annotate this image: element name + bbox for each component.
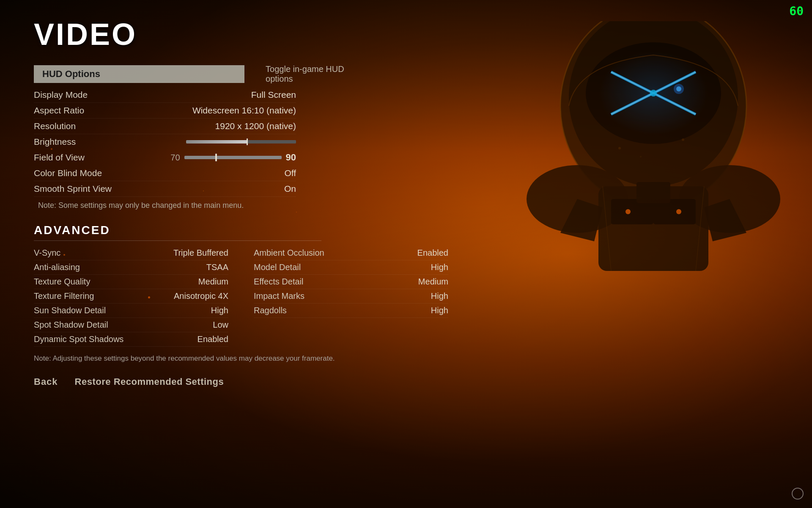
fov-slider-container: 70 90 [170, 152, 296, 163]
restore-button[interactable]: Restore Recommended Settings [75, 376, 224, 387]
note2: Note: Adjusting these settings beyond th… [34, 353, 423, 364]
dynamic-spot-row[interactable]: Dynamic Spot Shadows Enabled [34, 332, 228, 347]
ragdolls-value: High [431, 306, 448, 315]
impact-marks-label: Impact Marks [254, 291, 304, 301]
dynamic-spot-label: Dynamic Spot Shadows [34, 334, 123, 344]
antialiasing-row[interactable]: Anti-aliasing TSAA [34, 260, 228, 275]
advanced-columns: V-Sync Triple Buffered Anti-aliasing TSA… [34, 246, 499, 347]
effects-detail-label: Effects Detail [254, 277, 303, 287]
ragdolls-row[interactable]: Ragdolls High [254, 304, 448, 318]
texture-quality-row[interactable]: Texture Quality Medium [34, 275, 228, 289]
display-mode-row[interactable]: Display Mode Full Screen [34, 87, 296, 103]
advanced-section: ADVANCED V-Sync Triple Buffered Anti-ali… [34, 224, 778, 364]
spot-shadow-value: Low [213, 320, 228, 330]
hud-description: Toggle in-game HUD options [266, 64, 351, 84]
impact-marks-row[interactable]: Impact Marks High [254, 289, 448, 304]
color-blind-value: Off [284, 168, 296, 178]
bottom-buttons: Back Restore Recommended Settings [34, 376, 778, 387]
ambient-occlusion-label: Ambient Occlusion [254, 248, 324, 258]
advanced-col-right: Ambient Occlusion Enabled Model Detail H… [254, 246, 448, 347]
fov-thumb [215, 154, 217, 161]
resolution-value: 812 x 508 (native) [215, 121, 296, 131]
fov-label: Field of View [34, 152, 85, 163]
impact-marks-value: High [431, 291, 448, 301]
display-mode-value: Full Screen [251, 90, 296, 100]
spot-shadow-label: Spot Shadow Detail [34, 320, 108, 330]
smooth-sprint-value: On [284, 184, 296, 194]
sun-shadow-value: High [211, 306, 228, 315]
settings-panel: HUD Options Toggle in-game HUD options D… [34, 64, 351, 211]
back-button[interactable]: Back [34, 376, 58, 387]
texture-filtering-value: Anisotropic 4X [174, 291, 228, 301]
smooth-sprint-row[interactable]: Smooth Sprint View On [34, 181, 296, 197]
fps-counter: 60 [789, 4, 804, 18]
aspect-ratio-row[interactable]: Aspect Ratio Widescreen 16:10 (native) [34, 103, 296, 119]
model-detail-label: Model Detail [254, 262, 301, 272]
main-content: VIDEO HUD Options Toggle in-game HUD opt… [0, 0, 812, 508]
resolution-label: Resolution [34, 121, 76, 131]
texture-filtering-label: Texture Filtering [34, 291, 94, 301]
ambient-occlusion-value: Enabled [417, 248, 448, 258]
color-blind-label: Color Blind Mode [34, 168, 102, 178]
color-blind-row[interactable]: Color Blind Mode Off [34, 166, 296, 181]
hud-options-button[interactable]: HUD Options [34, 65, 244, 83]
vsync-row[interactable]: V-Sync Triple Buffered [34, 246, 228, 260]
smooth-sprint-label: Smooth Sprint View [34, 184, 112, 194]
effects-detail-row[interactable]: Effects Detail Medium [254, 275, 448, 289]
effects-detail-value: Medium [418, 277, 448, 287]
ragdolls-label: Ragdolls [254, 306, 287, 315]
brightness-label: Brightness [34, 137, 76, 147]
page-title: VIDEO [34, 17, 778, 52]
fov-min-value: 70 [170, 153, 180, 163]
note1: Note: Some settings may only be changed … [38, 200, 292, 211]
aspect-ratio-label: Aspect Ratio [34, 105, 84, 116]
toggle-settings: Color Blind Mode Off Smooth Sprint View … [34, 166, 351, 197]
fov-max-value: 90 [286, 152, 296, 163]
fov-row: Field of View 70 90 [34, 149, 296, 166]
ambient-occlusion-row[interactable]: Ambient Occlusion Enabled [254, 246, 448, 260]
brightness-row: Brightness [34, 134, 296, 149]
sun-shadow-row[interactable]: Sun Shadow Detail High [34, 304, 228, 318]
texture-quality-label: Texture Quality [34, 277, 90, 287]
resolution-row[interactable]: Resolution 812 x 508 (native) [34, 119, 296, 134]
vsync-value: Triple Buffered [173, 248, 228, 258]
model-detail-value: High [431, 262, 448, 272]
spot-shadow-row[interactable]: Spot Shadow Detail Low [34, 318, 228, 332]
advanced-col-left: V-Sync Triple Buffered Anti-aliasing TSA… [34, 246, 228, 347]
sun-shadow-label: Sun Shadow Detail [34, 306, 106, 315]
antialiasing-label: Anti-aliasing [34, 262, 80, 272]
hud-options-row: HUD Options Toggle in-game HUD options [34, 64, 351, 84]
aspect-ratio-value: Widescreen 16:10 (native) [192, 105, 296, 116]
antialiasing-value: TSAA [206, 262, 228, 272]
fov-slider[interactable] [184, 156, 282, 159]
texture-filtering-row[interactable]: Texture Filtering Anisotropic 4X [34, 289, 228, 304]
basic-settings: Display Mode Full Screen Aspect Ratio Wi… [34, 87, 351, 134]
vsync-label: V-Sync [34, 248, 60, 258]
display-mode-label: Display Mode [34, 90, 88, 100]
model-detail-row[interactable]: Model Detail High [254, 260, 448, 275]
brightness-slider[interactable] [186, 140, 296, 144]
corner-circle [792, 488, 804, 500]
advanced-title: ADVANCED [34, 224, 778, 237]
section-divider [34, 240, 321, 241]
texture-quality-value: Medium [198, 277, 228, 287]
dynamic-spot-value: Enabled [198, 334, 228, 344]
